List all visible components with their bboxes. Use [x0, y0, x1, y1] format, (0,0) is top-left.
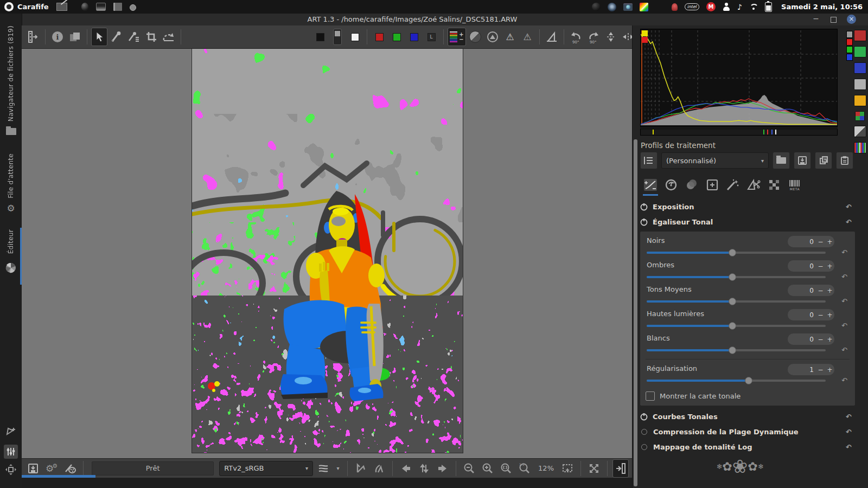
- decrement-button[interactable]: −: [816, 311, 825, 319]
- zoom-fit-button[interactable]: [498, 459, 514, 478]
- slider-thumb[interactable]: [745, 377, 752, 384]
- decrement-button[interactable]: −: [816, 287, 825, 294]
- paste-profile-button[interactable]: [836, 152, 853, 169]
- tools-scrollbar[interactable]: [634, 139, 637, 486]
- bg-black-button[interactable]: [312, 28, 328, 46]
- slider-thumb[interactable]: [729, 346, 736, 354]
- highlight-clip-warning-button[interactable]: ⚠: [519, 28, 535, 46]
- channel-luminance-button[interactable]: L: [423, 28, 439, 46]
- histogram[interactable]: [640, 29, 838, 127]
- shadow-clip-warning-button[interactable]: ⚠: [502, 28, 518, 46]
- increment-button[interactable]: +: [825, 336, 834, 343]
- slider-value-box[interactable]: 0−+: [788, 309, 834, 320]
- decrement-button[interactable]: −: [816, 366, 825, 374]
- next-image-button[interactable]: [435, 459, 451, 478]
- rotate-right-90-button[interactable]: 90°: [585, 28, 602, 46]
- slider-value-box[interactable]: 0−+: [788, 236, 834, 247]
- increment-button[interactable]: +: [825, 238, 834, 246]
- zoom-out-button[interactable]: [461, 459, 477, 478]
- tab-queue[interactable]: File d'attente ⚙: [0, 153, 22, 221]
- slider-thumb[interactable]: [729, 273, 736, 281]
- false-colors-button[interactable]: +−: [448, 28, 466, 46]
- slider-track[interactable]: [647, 252, 826, 254]
- tab-detail[interactable]: [661, 174, 681, 196]
- tool-exposition[interactable]: Exposition ↶: [640, 199, 855, 214]
- photo-preview[interactable]: [192, 49, 463, 453]
- tab-file-browser[interactable]: Navigateur de fichiers (819): [0, 25, 22, 142]
- slider-track[interactable]: [647, 325, 826, 327]
- tray-egg-icon[interactable]: [81, 3, 88, 11]
- tab-editor[interactable]: Éditeur: [0, 229, 22, 262]
- histogram-green-toggle[interactable]: [854, 46, 866, 57]
- profile-dropdown[interactable]: (Personnalisé)▾: [661, 152, 769, 169]
- decrement-button[interactable]: −: [816, 336, 825, 343]
- slider-value-box[interactable]: 0−+: [788, 260, 834, 272]
- power-icon[interactable]: [640, 413, 648, 421]
- tab-raw[interactable]: [764, 174, 784, 196]
- picker-options-button[interactable]: [126, 28, 142, 46]
- reset-icon[interactable]: ↶: [846, 218, 852, 226]
- slider-track[interactable]: [647, 349, 826, 351]
- music-tray-icon[interactable]: ♪: [737, 3, 742, 11]
- mega-tray-icon[interactable]: M: [706, 2, 716, 11]
- user-tray-icon[interactable]: [723, 3, 730, 11]
- sharpen-mask-button[interactable]: [467, 28, 483, 46]
- histogram-mode-toggle[interactable]: [854, 126, 866, 137]
- minimize-button[interactable]: −: [813, 14, 819, 23]
- gamut-check-b-button[interactable]: [371, 459, 387, 478]
- pan-icon[interactable]: [0, 464, 22, 476]
- batch-adjuster-button[interactable]: [4, 445, 18, 459]
- reset-icon[interactable]: ↶: [841, 248, 847, 256]
- bg-theme-button[interactable]: [329, 28, 346, 46]
- tray-lamp-icon[interactable]: [130, 4, 136, 11]
- slider-value-box[interactable]: 1−+: [788, 364, 834, 375]
- reset-icon[interactable]: ↶: [841, 297, 847, 305]
- tab-color[interactable]: [681, 174, 702, 196]
- tone-map-checkbox[interactable]: [646, 391, 655, 401]
- tray-paint-icon[interactable]: [640, 3, 648, 11]
- toggle-filmstrip-button[interactable]: [25, 28, 41, 46]
- slider-value-box[interactable]: 0−+: [788, 333, 834, 345]
- copy-profile-button[interactable]: [815, 152, 832, 169]
- reset-icon[interactable]: ↶: [846, 203, 852, 211]
- histogram-chroma-toggle[interactable]: [854, 95, 866, 106]
- tray-monitor-icon[interactable]: [96, 3, 106, 11]
- new-detail-window-button[interactable]: [559, 459, 576, 478]
- tool-mappage-tonalite-log[interactable]: Mappage de tonalité Log ↶: [640, 439, 855, 454]
- quick-export-icon[interactable]: [0, 426, 22, 438]
- save-profile-button[interactable]: [794, 152, 811, 169]
- swap-vertical-button[interactable]: [416, 459, 432, 478]
- intel-tray-icon[interactable]: intel: [685, 3, 700, 10]
- load-profile-button[interactable]: [773, 152, 790, 169]
- tab-transform[interactable]: [743, 174, 764, 196]
- tray-blob-icon[interactable]: [592, 3, 601, 11]
- distro-logo-icon[interactable]: [4, 2, 14, 11]
- decrement-button[interactable]: −: [816, 238, 825, 246]
- decrement-button[interactable]: −: [816, 262, 825, 270]
- increment-button[interactable]: +: [825, 287, 834, 294]
- close-button[interactable]: ×: [847, 15, 856, 24]
- wifi-icon[interactable]: [749, 3, 758, 10]
- histogram-blue-toggle[interactable]: [854, 62, 866, 74]
- power-icon[interactable]: [640, 203, 648, 211]
- app-menu-button[interactable]: Carafife: [17, 3, 49, 11]
- reset-icon[interactable]: ↶: [841, 273, 847, 281]
- soft-proofing-button[interactable]: [315, 459, 331, 478]
- reset-icon[interactable]: ↶: [846, 443, 852, 451]
- tray-red-lamp-icon[interactable]: [672, 3, 678, 11]
- gamut-check-button[interactable]: [484, 28, 501, 46]
- zoom-100-button[interactable]: 1:1: [516, 459, 533, 478]
- reset-icon[interactable]: ↶: [846, 413, 852, 421]
- rotate-left-90-button[interactable]: 90°: [568, 28, 584, 46]
- tab-local-editing[interactable]: [702, 174, 723, 196]
- battery-icon[interactable]: [765, 2, 772, 12]
- tray-camera-icon[interactable]: [623, 3, 633, 11]
- channel-blue-button[interactable]: [406, 28, 422, 46]
- fine-rotate-button[interactable]: [161, 28, 177, 46]
- info-button[interactable]: i: [49, 28, 66, 46]
- channel-red-button[interactable]: [371, 28, 387, 46]
- slider-track[interactable]: [647, 276, 826, 278]
- reset-icon[interactable]: ↶: [846, 428, 852, 436]
- pointer-tool-button[interactable]: [91, 28, 107, 46]
- reset-icon[interactable]: ↶: [841, 322, 847, 330]
